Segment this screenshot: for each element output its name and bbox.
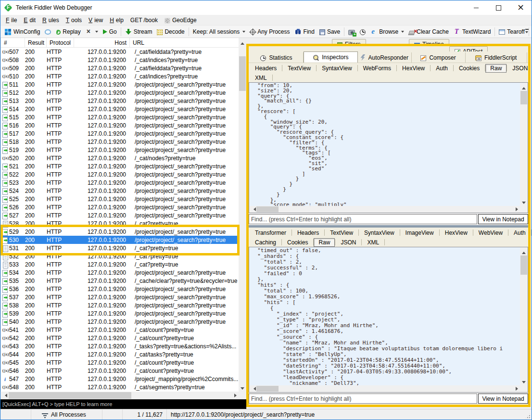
response-subtab-raw[interactable]: Raw	[314, 238, 335, 247]
toolbar-clear-cache-button[interactable]: Clear Cache	[406, 27, 451, 36]
response-subtab-textview[interactable]: TextView	[325, 229, 358, 237]
toolbar-decode-button[interactable]: Decode	[154, 27, 187, 36]
response-subtab-transformer[interactable]: Transformer	[250, 229, 291, 237]
vscroll-thumb[interactable]	[520, 255, 527, 275]
scroll-down-button[interactable]	[520, 198, 528, 206]
response-hscrollbar[interactable]	[249, 385, 520, 392]
table-row[interactable]: 508200HTTP127.0.0.1:9200/_cat/indices?pr…	[1, 56, 239, 64]
column-number[interactable]: #	[1, 38, 25, 47]
table-row[interactable]: 511200HTTP127.0.0.1:9200/project/project…	[1, 80, 239, 89]
table-row[interactable]: 512200HTTP127.0.0.1:9200/project/project…	[1, 89, 239, 97]
menu-item-tools[interactable]: Tools	[63, 16, 85, 25]
maximize-button[interactable]	[487, 0, 509, 15]
toolbar-go-button[interactable]: Go	[101, 27, 119, 36]
table-row[interactable]: 525200HTTP127.0.0.1:9200/project/project…	[1, 195, 239, 203]
scroll-down-button[interactable]	[239, 384, 246, 392]
toolbar-keep-sessions-button[interactable]: Keep: All sessions	[190, 27, 248, 36]
response-subtab-caching[interactable]: Caching	[250, 239, 281, 246]
request-subtab-json[interactable]: JSON	[507, 64, 532, 72]
response-subtab-auth[interactable]: Auth	[508, 229, 531, 237]
menu-item-get-book[interactable]: GET /book	[127, 16, 161, 25]
close-button[interactable]	[509, 0, 532, 15]
table-row[interactable]: 507200HTTP127.0.0.1:9200/_cat/fielddata?…	[1, 48, 239, 56]
session-hscrollbar[interactable]	[0, 392, 239, 399]
toolbar-overflow-button[interactable]	[524, 28, 531, 36]
table-row[interactable]: 543200HTTP127.0.0.1:9200/_tasks?pretty=t…	[1, 342, 239, 350]
table-row[interactable]: 521200HTTP127.0.0.1:9200/project/project…	[1, 162, 239, 170]
table-row[interactable]: 530200HTTP127.0.0.1:9200/project/project…	[1, 236, 239, 244]
toolbar-browse-button[interactable]: Browse	[368, 27, 406, 36]
table-row[interactable]: 538200HTTP127.0.0.1:9200/project/project…	[1, 301, 239, 309]
vscroll-thumb[interactable]	[239, 56, 246, 91]
menu-item-geoedge[interactable]: GeoEdge	[161, 16, 200, 25]
scroll-right-button[interactable]	[512, 206, 520, 213]
tab-timeline[interactable]: Timeline	[409, 39, 449, 44]
response-notepad-button[interactable]: View in Notepad	[478, 394, 528, 404]
table-row[interactable]: 535200HTTP127.0.0.1:9200/_cache/clear?pr…	[1, 277, 239, 285]
table-row[interactable]: 537200HTTP127.0.0.1:9200/project/project…	[1, 293, 239, 301]
tab-inspectors[interactable]: Inspectors	[304, 51, 358, 63]
toolbar-winconfig-button[interactable]: WinConfig	[2, 27, 42, 36]
table-row[interactable]: 534200HTTP127.0.0.1:9200/project/project…	[1, 268, 239, 277]
request-subtab-syntaxview[interactable]: SyntaxView	[317, 64, 357, 72]
table-row[interactable]: 547200HTTP127.0.0.1:9200/project/_mappin…	[1, 375, 239, 383]
response-subtab-json[interactable]: JSON	[335, 239, 361, 246]
scroll-left-button[interactable]	[249, 385, 257, 392]
tab-statistics[interactable]: Statistics	[250, 52, 304, 63]
menu-item-file[interactable]: File	[2, 16, 20, 25]
scroll-right-button[interactable]	[231, 392, 239, 399]
table-row[interactable]: 526200HTTP127.0.0.1:9200/project/project…	[1, 203, 239, 211]
scroll-up-button[interactable]	[239, 38, 246, 46]
request-subtab-cookies[interactable]: Cookies	[454, 64, 485, 72]
table-row[interactable]: 523200HTTP127.0.0.1:9200/project/project…	[1, 178, 239, 187]
table-row[interactable]: 516200HTTP127.0.0.1:9200/project/project…	[1, 121, 239, 129]
table-row[interactable]: 536200HTTP127.0.0.1:9200/project/project…	[1, 285, 239, 293]
column-protocol[interactable]: Protocol	[47, 38, 74, 47]
scroll-right-button[interactable]	[512, 385, 520, 392]
tab-apitest[interactable]: APITest	[449, 46, 488, 51]
menu-item-view[interactable]: View	[85, 16, 106, 25]
session-vscrollbar[interactable]	[239, 38, 246, 392]
scroll-up-button[interactable]	[520, 83, 528, 90]
table-row[interactable]: 509200HTTP127.0.0.1:9200/_cat/fielddata?…	[1, 64, 239, 72]
menu-item-rules[interactable]: Rules	[39, 16, 63, 25]
menu-item-edit[interactable]: Edit	[20, 16, 39, 25]
response-subtab-syntaxview[interactable]: SyntaxView	[359, 229, 399, 237]
menu-item-help[interactable]: Help	[106, 16, 127, 25]
scroll-up-button[interactable]	[520, 247, 528, 255]
scroll-left-button[interactable]	[249, 206, 257, 213]
table-row[interactable]: 541200HTTP127.0.0.1:9200/_cat/count?pret…	[1, 326, 239, 334]
toolbar-remove-sessions-button[interactable]	[83, 27, 101, 36]
table-row[interactable]: 517200HTTP127.0.0.1:9200/project/project…	[1, 129, 239, 138]
table-row[interactable]: 542200HTTP127.0.0.1:9200/_cat/count?pret…	[1, 334, 239, 342]
table-row[interactable]: 540200HTTP127.0.0.1:9200/project/project…	[1, 318, 239, 326]
quickexec-bar[interactable]: [QuickExec] ALT+Q > type HELP to learn m…	[0, 399, 246, 409]
column-url[interactable]: URL	[130, 38, 239, 47]
request-subtab-raw[interactable]: Raw	[485, 64, 507, 73]
request-subtab-auth[interactable]: Auth	[431, 64, 453, 72]
request-notepad-button[interactable]: View in Notepad	[478, 214, 528, 224]
table-row[interactable]: 539200HTTP127.0.0.1:9200/project/project…	[1, 309, 239, 318]
table-row[interactable]: 514200HTTP127.0.0.1:9200/project/project…	[1, 105, 239, 113]
capture-cell[interactable]	[0, 409, 31, 420]
table-row[interactable]: 528200HTTP127.0.0.1:9200/_cat?pretty=tru…	[1, 219, 239, 228]
scroll-down-button[interactable]	[520, 378, 528, 385]
toolbar-tearoff-button[interactable]: Tearoff	[496, 27, 527, 36]
toolbar-timer-button[interactable]	[357, 28, 368, 36]
hscroll-thumb[interactable]	[9, 392, 131, 399]
response-subtab-xml[interactable]: XML	[362, 239, 384, 246]
toolbar-textwizard-button[interactable]: TextWizard	[451, 27, 493, 36]
tab-fiddlerscript[interactable]: FiddlerScript	[466, 52, 528, 63]
tab-autoresponder[interactable]: AutoResponder	[358, 52, 412, 63]
table-row[interactable]: 532200HTTP127.0.0.1:9200/_cat?pretty=tru…	[1, 252, 239, 260]
table-row[interactable]: 545200HTTP127.0.0.1:9200/_cat/count?pret…	[1, 358, 239, 367]
response-subtab-hexview[interactable]: HexView	[440, 229, 473, 237]
column-host[interactable]: Host	[74, 38, 130, 47]
table-row[interactable]: 531200HTTP127.0.0.1:9200/_cat?pretty=tru…	[1, 244, 239, 252]
response-subtab-cookies[interactable]: Cookies	[282, 239, 313, 246]
table-row[interactable]: 519200HTTP127.0.0.1:9200/project/project…	[1, 146, 239, 154]
toolbar-comment-button[interactable]	[42, 28, 53, 35]
scroll-left-button[interactable]	[0, 392, 8, 399]
toolbar-find-button[interactable]: Find	[292, 27, 317, 36]
table-row[interactable]: 515200HTTP127.0.0.1:9200/project/project…	[1, 113, 239, 121]
